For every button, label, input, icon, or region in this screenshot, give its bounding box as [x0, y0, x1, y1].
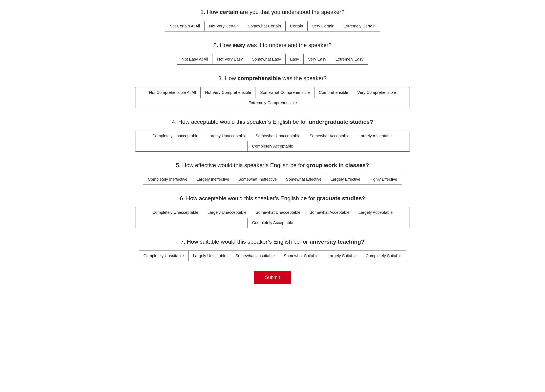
options-row-q7: Completely UnsuitableLargely UnsuitableS…: [139, 250, 406, 261]
option-btn-q7-4[interactable]: Largely Suitable: [323, 251, 361, 261]
question-text-q1: 1. How certain are you that you understo…: [135, 8, 410, 16]
option-btn-q6-0[interactable]: Completely Unacceptable: [148, 207, 203, 218]
option-btn-q2-0[interactable]: Not Easy At All: [177, 54, 213, 64]
option-btn-q4-5[interactable]: Completely Acceptable: [248, 141, 297, 151]
options-row-q1: Not Certain At AllNot Very CertainSomewh…: [165, 21, 380, 31]
question-text-q5: 5. How effective would this speaker’s En…: [135, 161, 410, 169]
option-btn-q6-3[interactable]: Somewhat Acceptable: [305, 207, 354, 218]
option-btn-q2-1[interactable]: Not Very Easy: [213, 54, 247, 64]
options-row-q2: Not Easy At AllNot Very EasySomewhat Eas…: [177, 54, 368, 65]
option-btn-q4-1[interactable]: Largely Unacceptable: [203, 131, 251, 141]
option-btn-q5-0[interactable]: Completely Ineffective: [143, 174, 192, 185]
option-btn-q7-5[interactable]: Completely Suitable: [361, 251, 406, 261]
option-btn-q4-4[interactable]: Largely Acceptable: [354, 131, 397, 141]
question-text-q4: 4. How acceptable would this speaker’s E…: [135, 118, 410, 126]
option-btn-q7-2[interactable]: Somewhat Unsuitable: [231, 251, 279, 261]
option-btn-q3-4[interactable]: Very Comprehensible: [353, 87, 400, 98]
question-text-q3: 3. How comprehensible was the speaker?: [135, 74, 410, 82]
option-btn-q6-1[interactable]: Largely Unacceptable: [203, 207, 251, 218]
option-btn-q3-0[interactable]: Not Comprehensible At All: [145, 87, 200, 98]
option-btn-q4-0[interactable]: Completely Unacceptable: [148, 131, 203, 141]
question-text-q2: 2. How easy was it to understand the spe…: [135, 41, 410, 49]
options-row-q6: Completely UnacceptableLargely Unaccepta…: [135, 207, 410, 228]
option-btn-q5-3[interactable]: Somewhat Effective: [281, 174, 326, 185]
option-btn-q3-3[interactable]: Comprehensible: [314, 87, 353, 98]
options-row-q4: Completely UnacceptableLargely Unaccepta…: [135, 131, 410, 152]
option-btn-q1-5[interactable]: Extremely Certain: [339, 21, 380, 31]
question-block-q4: 4. How acceptable would this speaker’s E…: [135, 118, 410, 152]
option-btn-q7-0[interactable]: Completely Unsuitable: [139, 251, 188, 261]
option-btn-q6-5[interactable]: Completely Acceptable: [248, 218, 297, 228]
option-btn-q7-1[interactable]: Largely Unsuitable: [188, 251, 231, 261]
question-block-q5: 5. How effective would this speaker’s En…: [135, 161, 410, 185]
option-btn-q1-4[interactable]: Very Certain: [307, 21, 339, 31]
option-btn-q2-4[interactable]: Very Easy: [303, 54, 331, 64]
option-btn-q2-5[interactable]: Extremely Easy: [331, 54, 368, 64]
option-btn-q7-3[interactable]: Somewhat Suitable: [279, 251, 323, 261]
option-btn-q2-2[interactable]: Somewhat Easy: [247, 54, 285, 64]
question-text-q6: 6. How acceptable would this speaker’s E…: [135, 194, 410, 202]
option-btn-q4-3[interactable]: Somewhat Acceptable: [305, 131, 354, 141]
option-btn-q1-0[interactable]: Not Certain At All: [165, 21, 204, 31]
option-btn-q1-1[interactable]: Not Very Certain: [204, 21, 243, 31]
question-block-q2: 2. How easy was it to understand the spe…: [135, 41, 410, 65]
submit-button[interactable]: Submit: [254, 271, 291, 284]
question-block-q6: 6. How acceptable would this speaker’s E…: [135, 194, 410, 228]
question-text-q7: 7. How suitable would this speaker’s Eng…: [135, 238, 410, 246]
option-btn-q4-2[interactable]: Somewhat Unacceptable: [251, 131, 305, 141]
option-btn-q6-2[interactable]: Somewhat Unacceptable: [251, 207, 305, 218]
option-btn-q5-5[interactable]: Highly Effective: [365, 174, 402, 185]
option-btn-q1-3[interactable]: Certain: [285, 21, 307, 31]
option-btn-q2-3[interactable]: Easy: [285, 54, 303, 64]
option-btn-q6-4[interactable]: Largely Acceptable: [354, 207, 397, 218]
option-btn-q5-4[interactable]: Largely Effective: [326, 174, 365, 185]
options-row-q3: Not Comprehensible At AllNot Very Compre…: [135, 87, 410, 108]
question-block-q7: 7. How suitable would this speaker’s Eng…: [135, 238, 410, 261]
option-btn-q5-2[interactable]: Somewhat Ineffective: [234, 174, 281, 185]
option-btn-q5-1[interactable]: Largely Ineffective: [192, 174, 234, 185]
option-btn-q3-2[interactable]: Somewhat Comprehensible: [255, 87, 314, 98]
options-row-q5: Completely IneffectiveLargely Ineffectiv…: [143, 174, 402, 185]
option-btn-q3-1[interactable]: Not Very Comprehensible: [200, 87, 255, 98]
option-btn-q1-2[interactable]: Somewhat Certain: [243, 21, 285, 31]
option-btn-q3-5[interactable]: Extremely Comprehensible: [244, 98, 301, 108]
question-block-q3: 3. How comprehensible was the speaker?No…: [135, 74, 410, 108]
question-block-q1: 1. How certain are you that you understo…: [135, 8, 410, 31]
